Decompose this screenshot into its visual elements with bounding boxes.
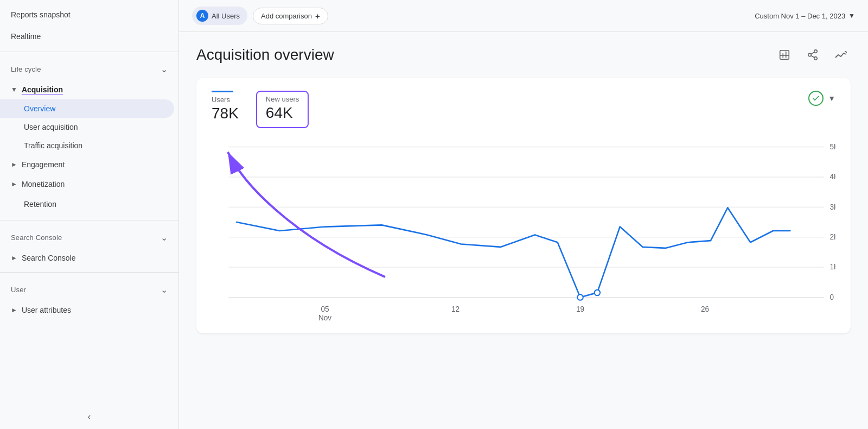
- svg-text:26: 26: [701, 305, 709, 313]
- user-section-header: User ⌄: [0, 277, 178, 300]
- title-actions: [775, 45, 851, 65]
- sidebar-item-acquisition[interactable]: ▼ Acquisition: [0, 80, 178, 99]
- realtime-label: Realtime: [11, 31, 41, 42]
- top-bar: A All Users Add comparison + Custom Nov …: [179, 0, 868, 32]
- content-area: Acquisition overview: [179, 32, 868, 429]
- collapse-icon: ‹: [88, 411, 91, 422]
- users-value: 78K: [212, 105, 239, 122]
- svg-text:19: 19: [576, 305, 584, 313]
- search-console-arrow-icon: ►: [11, 254, 17, 262]
- users-line-indicator: [212, 91, 233, 92]
- svg-line-7: [811, 55, 814, 58]
- top-bar-left: A All Users Add comparison +: [192, 7, 328, 25]
- page-title: Acquisition overview: [196, 46, 334, 64]
- sidebar-collapse-button[interactable]: ‹: [0, 405, 178, 429]
- acquisition-label: Acquisition: [22, 85, 63, 94]
- sidebar: Reports snapshot Realtime Life cycle ⌄ ▼…: [0, 0, 179, 429]
- main-content: A All Users Add comparison + Custom Nov …: [179, 0, 868, 429]
- svg-text:4K: 4K: [830, 173, 835, 181]
- all-users-chip[interactable]: A All Users: [192, 7, 247, 25]
- divider-lifecycle: [0, 52, 178, 52]
- engagement-arrow-icon: ►: [11, 161, 17, 168]
- sidebar-item-traffic-acquisition[interactable]: Traffic acquisition: [0, 136, 174, 155]
- reports-snapshot-label: Reports snapshot: [11, 10, 71, 21]
- lifecycle-section-header: Life cycle ⌄: [0, 56, 178, 80]
- metric-selector: ▼: [808, 91, 835, 106]
- line-chart-svg: 5K 4K 3K 2K 1K 0 05 Nov 12 19 26: [212, 141, 835, 320]
- chart-card: Users 78K New users 64K ▼: [196, 78, 851, 333]
- sidebar-item-user-attributes[interactable]: ► User attributes: [0, 300, 178, 320]
- user-acquisition-label: User acquisition: [24, 123, 78, 131]
- users-label: Users: [212, 96, 239, 104]
- svg-text:05: 05: [321, 305, 329, 313]
- divider-user: [0, 272, 178, 273]
- sidebar-item-retention[interactable]: Retention: [0, 194, 174, 216]
- chart-icon[interactable]: [775, 45, 794, 65]
- insights-icon[interactable]: [831, 45, 851, 65]
- chart-container: 5K 4K 3K 2K 1K 0 05 Nov 12 19 26: [212, 141, 835, 320]
- engagement-label: Engagement: [22, 160, 65, 169]
- user-collapse-icon[interactable]: ⌄: [161, 285, 168, 295]
- retention-label: Retention: [24, 199, 56, 210]
- date-range-selector[interactable]: Custom Nov 1 – Dec 1, 2023 ▼: [755, 12, 855, 20]
- sidebar-item-engagement[interactable]: ► Engagement: [0, 155, 178, 174]
- svg-text:0: 0: [830, 293, 834, 301]
- svg-point-28: [577, 294, 583, 300]
- add-comparison-label: Add comparison: [261, 12, 312, 20]
- new-users-value: 64K: [266, 104, 299, 122]
- svg-rect-0: [780, 51, 789, 60]
- lifecycle-collapse-icon[interactable]: ⌄: [161, 64, 168, 74]
- sidebar-item-reports-snapshot[interactable]: Reports snapshot: [0, 4, 174, 26]
- svg-text:1K: 1K: [830, 263, 835, 271]
- user-attributes-label: User attributes: [22, 306, 71, 314]
- svg-text:Nov: Nov: [318, 314, 331, 320]
- sidebar-item-user-acquisition[interactable]: User acquisition: [0, 118, 174, 136]
- svg-point-4: [814, 50, 818, 53]
- svg-text:3K: 3K: [830, 203, 835, 211]
- overview-label: Overview: [24, 104, 55, 113]
- metric-dropdown-icon[interactable]: ▼: [828, 94, 835, 103]
- search-console-section-header: Search Console ⌄: [0, 225, 178, 248]
- users-metric: Users 78K: [212, 91, 239, 122]
- svg-point-29: [595, 290, 600, 296]
- avatar: A: [196, 10, 208, 22]
- user-header-label: User: [11, 286, 26, 294]
- lifecycle-label: Life cycle: [11, 65, 41, 73]
- date-range-label: Custom Nov 1 – Dec 1, 2023: [755, 12, 845, 20]
- add-comparison-button[interactable]: Add comparison +: [253, 8, 328, 24]
- metrics-row: Users 78K New users 64K ▼: [212, 91, 835, 128]
- svg-line-8: [811, 52, 814, 54]
- check-circle-icon: [808, 91, 824, 106]
- sidebar-item-monetization[interactable]: ► Monetization: [0, 174, 178, 194]
- date-range-chevron-icon: ▼: [848, 12, 855, 20]
- acquisition-arrow-icon: ▼: [11, 86, 17, 93]
- monetization-arrow-icon: ►: [11, 180, 17, 188]
- search-console-label: Search Console: [22, 254, 76, 262]
- divider-search-console: [0, 220, 178, 220]
- user-attributes-arrow-icon: ►: [11, 306, 17, 314]
- traffic-acquisition-label: Traffic acquisition: [24, 141, 82, 150]
- search-console-collapse-icon[interactable]: ⌄: [161, 232, 168, 243]
- plus-icon: +: [315, 11, 320, 21]
- svg-text:2K: 2K: [830, 233, 835, 241]
- sidebar-item-search-console[interactable]: ► Search Console: [0, 248, 178, 268]
- share-icon[interactable]: [803, 45, 822, 65]
- monetization-label: Monetization: [22, 180, 65, 188]
- svg-point-6: [814, 57, 818, 60]
- new-users-label: New users: [266, 95, 299, 103]
- sidebar-item-overview[interactable]: Overview: [0, 99, 174, 118]
- svg-text:5K: 5K: [830, 143, 835, 151]
- all-users-label: All Users: [212, 12, 240, 20]
- search-console-header-label: Search Console: [11, 234, 62, 242]
- svg-point-5: [808, 53, 812, 56]
- page-title-row: Acquisition overview: [196, 45, 851, 65]
- new-users-metric[interactable]: New users 64K: [256, 91, 309, 128]
- svg-text:12: 12: [451, 305, 459, 313]
- sidebar-item-realtime[interactable]: Realtime: [0, 26, 174, 48]
